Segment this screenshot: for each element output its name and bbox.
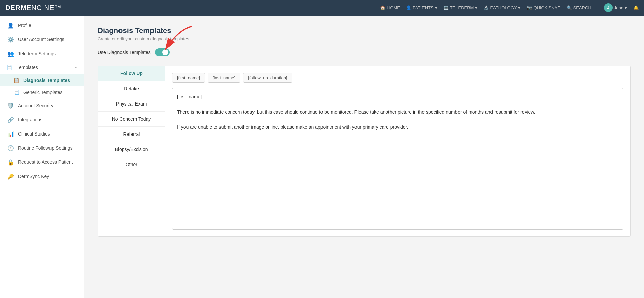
template-area: Follow Up Retake Physical Exam No Concer… (98, 66, 631, 237)
nav-patients[interactable]: 👤 PATIENTS ▾ (406, 5, 437, 10)
sidebar-item-telederm-settings[interactable]: 👥 Telederm Settings (0, 47, 84, 61)
content-wrapper: Diagnosis Templates Create or edit your … (98, 26, 631, 237)
nav-notifications[interactable]: 🔔 (633, 5, 639, 10)
templates-chevron-icon: ▾ (75, 65, 77, 70)
nav-search[interactable]: 🔍 SEARCH (567, 5, 591, 10)
toggle-row: Use Diagnosis Templates (98, 48, 631, 56)
nav-pathology[interactable]: 🔬 PATHOLOGY ▾ (483, 5, 520, 10)
use-diagnosis-templates-toggle[interactable] (155, 48, 170, 56)
sidebar-item-account-security[interactable]: 🛡️ Account Security (0, 98, 84, 113)
security-icon: 🛡️ (8, 102, 14, 109)
pathology-dropdown-icon: ▾ (518, 5, 520, 10)
telederm-settings-icon: 👥 (8, 51, 14, 57)
user-avatar: J (604, 3, 613, 12)
user-dropdown-icon: ▾ (625, 5, 627, 10)
main-content: Diagnosis Templates Create or edit your … (84, 16, 644, 298)
template-list-item-retake[interactable]: Retake (98, 81, 165, 96)
template-list-item-referral[interactable]: Referral (98, 127, 165, 142)
nav-home[interactable]: 🏠 HOME (380, 5, 400, 10)
template-list-item-physical-exam[interactable]: Physical Exam (98, 96, 165, 112)
logo-engine: ENGINE (27, 4, 55, 11)
sidebar-item-generic-templates[interactable]: 📃 Generic Templates (0, 86, 84, 98)
sidebar-item-request-access[interactable]: 🔒 Request to Access Patient (0, 155, 84, 169)
bell-icon: 🔔 (633, 5, 639, 10)
nav-separator (598, 4, 598, 11)
lock-icon: 🔒 (8, 159, 14, 165)
toggle-label: Use Diagnosis Templates (98, 50, 151, 55)
logo-derm: DERM (5, 4, 27, 11)
app-layout: 👤 Profile ⚙️ User Account Settings 👥 Tel… (0, 16, 644, 298)
sidebar-item-routine-followup[interactable]: 🕐 Routine Followup Settings (0, 141, 84, 155)
template-tags: [first_name] [last_name] [follow_up_dura… (172, 73, 623, 83)
sidebar-item-integrations[interactable]: 🔗 Integrations (0, 113, 84, 127)
sidebar: 👤 Profile ⚙️ User Account Settings 👥 Tel… (0, 16, 84, 298)
clinical-studies-icon: 📊 (8, 131, 14, 137)
template-list-item-follow-up[interactable]: Follow Up (98, 66, 165, 81)
template-list-item-no-concern-today[interactable]: No Concern Today (98, 112, 165, 127)
key-icon: 🔑 (8, 173, 14, 179)
top-navigation: DERMENGINE™ 🏠 HOME 👤 PATIENTS ▾ 💻 TELEDE… (0, 0, 644, 16)
tag-follow-up-duration[interactable]: [follow_up_duration] (243, 73, 292, 83)
template-editor: [first_name] [last_name] [follow_up_dura… (165, 66, 630, 236)
settings-icon: ⚙️ (8, 36, 14, 42)
diagnosis-templates-icon: 📋 (13, 78, 19, 83)
toggle-thumb (162, 49, 168, 55)
sidebar-item-templates[interactable]: 📄 Templates ▾ (0, 61, 84, 74)
template-content-textarea[interactable] (172, 88, 623, 230)
sidebar-item-profile[interactable]: 👤 Profile (0, 18, 84, 32)
followup-icon: 🕐 (8, 145, 14, 151)
generic-templates-icon: 📃 (13, 90, 19, 95)
home-icon: 🏠 (380, 5, 385, 10)
integrations-icon: 🔗 (8, 117, 14, 123)
sidebar-item-clinical-studies[interactable]: 📊 Clinical Studies (0, 127, 84, 141)
templates-icon: 📄 (7, 65, 12, 70)
sidebar-item-dermsync-key[interactable]: 🔑 DermSync Key (0, 169, 84, 183)
telederm-dropdown-icon: ▾ (475, 5, 477, 10)
nav-quicksnap[interactable]: 📷 QUICK SNAP (527, 5, 560, 10)
nav-user[interactable]: J John ▾ (604, 3, 627, 12)
template-list: Follow Up Retake Physical Exam No Concer… (98, 66, 165, 236)
app-logo: DERMENGINE™ (5, 4, 62, 12)
quicksnap-icon: 📷 (527, 5, 532, 10)
toggle-track (155, 48, 170, 56)
patients-icon: 👤 (406, 5, 411, 10)
page-subtitle: Create or edit your custom diagnosis tem… (98, 36, 631, 41)
telederm-icon: 💻 (443, 5, 449, 10)
tag-first-name[interactable]: [first_name] (172, 73, 205, 83)
template-list-item-biopsy-excision[interactable]: Biopsy/Excision (98, 142, 165, 157)
sidebar-item-diagnosis-templates[interactable]: 📋 Diagnosis Templates (0, 74, 84, 86)
nav-telederm[interactable]: 💻 TELEDERM ▾ (443, 5, 478, 10)
tag-last-name[interactable]: [last_name] (208, 73, 240, 83)
sidebar-item-user-account-settings[interactable]: ⚙️ User Account Settings (0, 32, 84, 47)
profile-icon: 👤 (8, 22, 14, 28)
template-list-item-other[interactable]: Other (98, 157, 165, 172)
search-icon: 🔍 (567, 5, 572, 10)
topnav-right: 🏠 HOME 👤 PATIENTS ▾ 💻 TELEDERM ▾ 🔬 PATHO… (380, 3, 639, 12)
page-title: Diagnosis Templates (98, 26, 631, 35)
templates-header-left: 📄 Templates (7, 65, 38, 70)
patients-dropdown-icon: ▾ (435, 5, 437, 10)
pathology-icon: 🔬 (483, 5, 489, 10)
